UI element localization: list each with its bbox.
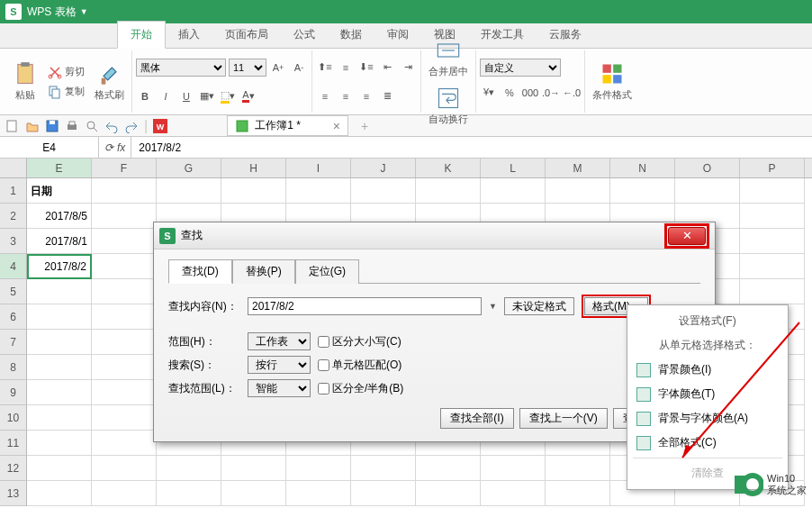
find-prev-button[interactable]: 查找上一个(V) xyxy=(519,408,608,429)
col-header[interactable]: I xyxy=(286,159,351,177)
decrease-font-button[interactable]: A- xyxy=(290,59,308,77)
open-icon[interactable] xyxy=(25,119,40,133)
width-checkbox[interactable] xyxy=(318,383,329,395)
scope-select[interactable]: 工作表 xyxy=(248,332,311,350)
decrease-decimal-button[interactable]: ←.0 xyxy=(563,84,581,102)
tab-cloud[interactable]: 云服务 xyxy=(537,22,594,48)
case-checkbox[interactable] xyxy=(318,336,329,348)
row-header[interactable]: 10 xyxy=(0,405,27,431)
tab-home[interactable]: 开始 xyxy=(117,21,166,49)
row-header[interactable]: 11 xyxy=(0,431,27,456)
select-all-corner[interactable] xyxy=(0,159,27,177)
close-tab-icon[interactable]: × xyxy=(333,119,340,133)
justify-button[interactable]: ≣ xyxy=(378,87,396,105)
col-header[interactable]: N xyxy=(610,159,675,177)
col-header[interactable]: G xyxy=(157,159,221,177)
lookin-select[interactable]: 智能 xyxy=(248,379,311,397)
col-header[interactable]: E xyxy=(27,159,92,177)
col-header[interactable]: J xyxy=(351,159,416,177)
cell[interactable]: 2017/8/1 xyxy=(27,229,92,254)
row-header[interactable]: 5 xyxy=(0,279,27,304)
dialog-titlebar[interactable]: S 查找 ✕ xyxy=(154,222,715,249)
comma-button[interactable]: 000 xyxy=(521,84,539,102)
format-painter-button[interactable]: 格式刷 xyxy=(91,58,128,105)
tab-data[interactable]: 数据 xyxy=(328,22,374,48)
merge-button[interactable]: 合并居中 xyxy=(425,34,472,82)
search-select[interactable]: 按行 xyxy=(248,356,311,374)
col-header[interactable]: L xyxy=(481,159,546,177)
row-header[interactable]: 3 xyxy=(0,229,27,254)
col-header[interactable]: P xyxy=(740,159,805,177)
fill-color-button[interactable]: ⬚▾ xyxy=(219,87,237,105)
find-all-button[interactable]: 查找全部(I) xyxy=(440,408,513,429)
align-right-button[interactable]: ≡ xyxy=(357,87,375,105)
border-button[interactable]: ▦▾ xyxy=(198,87,216,105)
row-header[interactable]: 2 xyxy=(0,204,27,229)
cut-button[interactable]: 剪切 xyxy=(44,63,88,81)
tab-find[interactable]: 查找(D) xyxy=(168,259,232,284)
row-header[interactable]: 1 xyxy=(0,178,27,204)
menu-font-color[interactable]: 字体颜色(T) xyxy=(627,382,788,406)
bold-button[interactable]: B xyxy=(136,87,154,105)
undo-icon[interactable] xyxy=(104,119,119,133)
col-header[interactable]: H xyxy=(221,159,286,177)
wrap-button[interactable]: 自动换行 xyxy=(425,82,472,130)
menu-set-format[interactable]: 设置格式(F) xyxy=(627,309,788,333)
name-box[interactable]: E4 xyxy=(0,137,99,158)
chevron-down-icon[interactable]: ▼ xyxy=(489,302,497,311)
currency-button[interactable]: ¥▾ xyxy=(480,84,498,102)
align-bottom-button[interactable]: ⬇≡ xyxy=(357,59,375,77)
col-header[interactable]: M xyxy=(546,159,610,177)
menu-bg-font-color[interactable]: 背景与字体颜色(A) xyxy=(627,406,788,431)
indent-right-button[interactable]: ⇥ xyxy=(399,59,417,77)
preview-icon[interactable] xyxy=(85,119,99,133)
fx-icon[interactable]: fx xyxy=(117,141,125,154)
new-icon[interactable] xyxy=(5,119,20,133)
find-content-input[interactable] xyxy=(248,297,482,315)
align-center-button[interactable]: ≡ xyxy=(337,87,355,105)
row-header[interactable]: 4 xyxy=(0,254,27,279)
menu-bg-color[interactable]: 背景颜色(I) xyxy=(627,358,788,382)
paste-button[interactable]: 粘贴 xyxy=(9,58,41,105)
print-icon[interactable] xyxy=(65,119,79,133)
col-header[interactable]: K xyxy=(416,159,481,177)
tab-dev[interactable]: 开发工具 xyxy=(468,22,537,48)
number-format-select[interactable]: 自定义 xyxy=(480,59,561,77)
col-header[interactable]: F xyxy=(92,159,157,177)
align-left-button[interactable]: ≡ xyxy=(316,87,334,105)
font-name-select[interactable]: 黑体 xyxy=(136,59,226,77)
cell[interactable]: 日期 xyxy=(27,178,92,204)
font-color-button[interactable]: A▾ xyxy=(239,87,257,105)
copy-button[interactable]: 复制 xyxy=(44,83,88,101)
save-icon[interactable] xyxy=(45,119,59,133)
tab-review[interactable]: 审阅 xyxy=(374,22,421,48)
tab-insert[interactable]: 插入 xyxy=(166,22,212,48)
indent-left-button[interactable]: ⇤ xyxy=(378,59,396,77)
align-middle-button[interactable]: ≡ xyxy=(337,59,355,77)
increase-decimal-button[interactable]: .0→ xyxy=(542,84,560,102)
formula-input[interactable]: 2017/8/2 xyxy=(131,141,812,154)
dialog-close-button[interactable]: ✕ xyxy=(668,227,706,245)
fx-refresh-icon[interactable]: ⟳ xyxy=(104,141,113,154)
document-tab[interactable]: 工作簿1 * × xyxy=(227,115,348,136)
wps-icon[interactable]: W xyxy=(153,119,167,133)
italic-button[interactable]: I xyxy=(157,87,175,105)
tab-formula[interactable]: 公式 xyxy=(281,22,328,48)
align-top-button[interactable]: ⬆≡ xyxy=(316,59,334,77)
new-tab-button[interactable]: + xyxy=(361,119,368,133)
menu-all-format[interactable]: 全部格式(C) xyxy=(627,431,788,455)
tab-goto[interactable]: 定位(G) xyxy=(295,259,359,284)
row-header[interactable]: 7 xyxy=(0,330,27,355)
row-header[interactable]: 13 xyxy=(0,481,27,506)
font-size-select[interactable]: 11 xyxy=(229,59,266,77)
redo-icon[interactable] xyxy=(124,119,139,133)
cond-format-button[interactable]: 条件格式 xyxy=(589,58,636,105)
whole-cell-checkbox[interactable] xyxy=(318,359,329,371)
app-menu-chevron-icon[interactable]: ▼ xyxy=(80,7,88,16)
col-header[interactable]: O xyxy=(675,159,740,177)
tab-layout[interactable]: 页面布局 xyxy=(212,22,281,48)
cell-active[interactable]: 2017/8/2 xyxy=(27,254,92,279)
increase-font-button[interactable]: A+ xyxy=(269,59,287,77)
tab-replace[interactable]: 替换(P) xyxy=(232,259,295,284)
underline-button[interactable]: U xyxy=(177,87,195,105)
